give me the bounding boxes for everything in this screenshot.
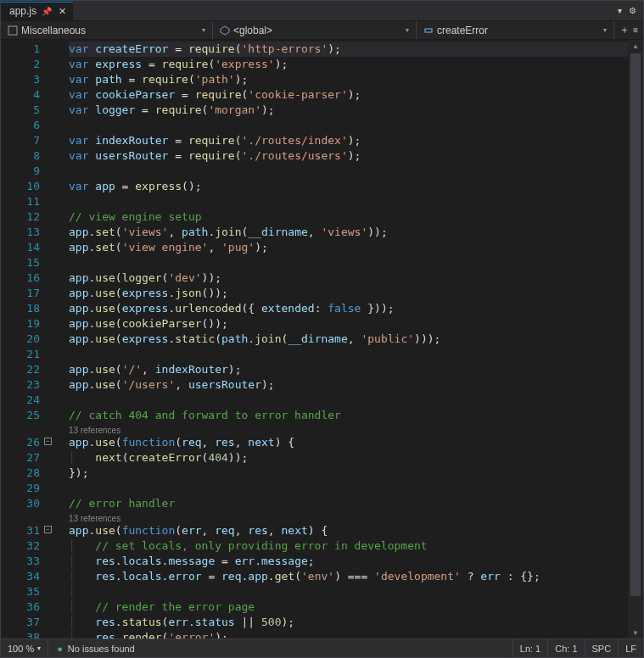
misc-icon — [8, 25, 18, 36]
indent-indicator[interactable]: SPC — [585, 639, 619, 657]
check-icon: ● — [57, 644, 63, 654]
context-scope-label: <global> — [233, 25, 272, 36]
context-member[interactable]: createError ▾ — [417, 21, 614, 39]
vertical-scrollbar[interactable]: ▲ ▼ — [628, 40, 643, 638]
issues-status[interactable]: ● No issues found — [48, 644, 143, 654]
line-gutter: 1234567891011121314151617181920212223242… — [1, 40, 55, 638]
chevron-down-icon: ▾ — [406, 26, 409, 34]
zoom-level[interactable]: 100 % ▾ — [1, 639, 48, 657]
status-bar: 100 % ▾ ● No issues found Ln: 1 Ch: 1 SP… — [1, 638, 643, 657]
chevron-down-icon: ▾ — [603, 26, 607, 34]
issues-text: No issues found — [68, 644, 135, 654]
dropdown-icon[interactable]: ▾ — [618, 6, 622, 15]
field-icon — [423, 25, 434, 36]
tab-app-js[interactable]: app.js 📌 ✕ — [1, 2, 73, 20]
svg-rect-0 — [8, 26, 17, 35]
scroll-thumb[interactable] — [630, 53, 641, 596]
eol-indicator[interactable]: LF — [618, 639, 643, 657]
scroll-up-icon[interactable]: ▲ — [628, 40, 643, 52]
tab-bar: app.js 📌 ✕ ▾ ⚙ — [1, 1, 643, 21]
context-scope[interactable]: <global> ▾ — [213, 21, 417, 39]
chevron-down-icon: ▾ — [37, 644, 41, 652]
zoom-text: 100 % — [8, 644, 34, 654]
line-indicator[interactable]: Ln: 1 — [512, 639, 547, 657]
char-indicator[interactable]: Ch: 1 — [547, 639, 584, 657]
split-icon[interactable]: ≡ — [633, 25, 638, 35]
chevron-down-icon: ▾ — [202, 26, 205, 34]
cube-icon — [220, 25, 230, 36]
gear-icon[interactable]: ⚙ — [629, 6, 636, 15]
scroll-down-icon[interactable]: ▼ — [628, 627, 643, 638]
tab-title: app.js — [9, 5, 36, 17]
code-content[interactable]: var createError = require('http-errors')… — [55, 40, 628, 638]
fold-toggle[interactable]: − — [44, 438, 52, 445]
context-project[interactable]: Miscellaneous ▾ — [1, 21, 213, 39]
codelens[interactable]: 13 references — [69, 511, 628, 523]
fold-toggle[interactable]: − — [44, 526, 52, 533]
codelens[interactable]: 13 references — [69, 423, 628, 435]
plus-icon[interactable]: ＋ — [619, 23, 630, 37]
context-project-label: Miscellaneous — [21, 25, 86, 36]
svg-rect-1 — [425, 29, 432, 32]
context-member-label: createError — [437, 25, 488, 36]
context-bar: Miscellaneous ▾ <global> ▾ createError ▾… — [1, 21, 643, 40]
pin-icon[interactable]: 📌 — [42, 7, 52, 16]
editor-area: 1234567891011121314151617181920212223242… — [1, 40, 643, 638]
close-icon[interactable]: ✕ — [57, 6, 68, 17]
